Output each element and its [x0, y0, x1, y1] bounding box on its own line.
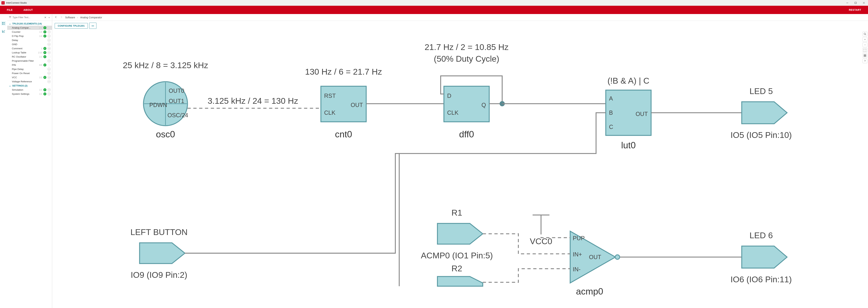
tool-help-icon[interactable]: ?	[863, 59, 867, 63]
sidebar-item-elements-7[interactable]: RC Oscillator1/1✓+	[7, 55, 52, 59]
svg-text:(50% Duty Cycle): (50% Duty Cycle)	[434, 54, 499, 64]
sidebar-item-elements-0[interactable]: Analog Compar...2/2✓+	[7, 26, 52, 30]
window-close-button[interactable]	[860, 0, 868, 6]
label-osc0-wire: 3.125 kHz / 24 = 130 Hz	[208, 96, 298, 106]
svg-text:LEFT BUTTON: LEFT BUTTON	[130, 228, 188, 237]
check-icon: ✓	[43, 51, 46, 54]
window-maximize-button[interactable]	[851, 0, 860, 6]
tool-layers-icon[interactable]	[863, 53, 867, 58]
sidebar-item-count: 2/2	[37, 27, 42, 29]
add-element-button[interactable]: +	[48, 68, 51, 71]
block-io9[interactable]: LEFT BUTTON IO9 (IO9 Pin:2)	[130, 228, 188, 280]
add-element-button[interactable]: +	[48, 43, 51, 46]
wire-r2-acmp0	[483, 269, 570, 282]
svg-line-65	[866, 35, 866, 35]
filter-funnel-icon[interactable]	[9, 16, 11, 19]
window-minimize-button[interactable]	[843, 0, 851, 6]
add-element-button[interactable]: +	[48, 39, 51, 42]
tool-zoom-in-icon[interactable]: +	[863, 37, 867, 42]
svg-text:C: C	[609, 124, 613, 130]
block-vcc0[interactable]: VCC0	[530, 215, 552, 246]
sidebar-item-elements-9[interactable]: PIN8/8✓+	[7, 63, 52, 67]
sidebar-item-elements-13[interactable]: Voltage Reference✓+	[7, 79, 52, 83]
add-element-button[interactable]: +	[48, 30, 51, 33]
sidebar-section-settings[interactable]: ⌄SETTINGS (2)	[7, 83, 52, 88]
add-element-button[interactable]: +	[48, 51, 51, 54]
app-icon: ⬚	[1, 1, 5, 4]
svg-text:130 Hz / 6 = 21.7 Hz: 130 Hz / 6 = 21.7 Hz	[305, 67, 382, 76]
check-icon: ✓	[43, 26, 46, 29]
sidebar-item-elements-11[interactable]: Power On Reset✓+	[7, 71, 52, 75]
sidebar-item-settings-1[interactable]: System Settings1/1✓+	[7, 92, 52, 96]
check-icon: ✓	[43, 55, 46, 58]
svg-text:(!B & A) | C: (!B & A) | C	[608, 76, 649, 85]
collapse-sidebar-icon[interactable]: «	[48, 16, 51, 19]
rail-elements-icon[interactable]	[1, 21, 6, 26]
tool-zoom-out-icon[interactable]: −	[863, 42, 867, 47]
sidebar-item-elements-2[interactable]: D Flip Flop1/4✓+	[7, 34, 52, 38]
sidebar-item-label: Simulation	[12, 89, 36, 91]
block-acmp0-in-r2[interactable]: R2	[437, 264, 483, 286]
svg-point-64	[864, 33, 866, 35]
nav-forward-button[interactable]	[60, 15, 63, 19]
svg-text:OUT0: OUT0	[169, 88, 184, 94]
add-element-button[interactable]: +	[48, 47, 51, 50]
sidebar-item-elements-4[interactable]: GND✓+	[7, 42, 52, 46]
sidebar-item-count: 1/4	[37, 31, 42, 33]
svg-text:IN-: IN-	[573, 266, 581, 273]
rail-graph-icon[interactable]	[1, 29, 6, 33]
menu-file[interactable]: FILE	[1, 8, 18, 11]
canvas-tool-rail: + − ?	[862, 31, 868, 64]
add-element-button[interactable]: +	[48, 80, 51, 83]
wire-r1-acmp0	[483, 234, 570, 254]
add-element-button[interactable]: +	[48, 88, 51, 91]
add-element-button[interactable]: +	[48, 35, 51, 38]
block-acmp0-in-r1[interactable]: R1 ACMP0 (IO1 Pin:5)	[421, 208, 493, 260]
sidebar-item-elements-1[interactable]: Counter1/4✓+	[7, 30, 52, 34]
menu-restart[interactable]: RESTART	[843, 8, 867, 11]
sidebar-item-label: Power On Reset	[12, 72, 36, 75]
check-icon: ✓	[43, 35, 46, 38]
block-osc0[interactable]: PDWN OUT0 OUT1 OSC/24 osc0 25 kHz / 8 = …	[123, 61, 208, 139]
block-cnt0[interactable]: RST CLK OUT cnt0 130 Hz / 6 = 21.7 Hz	[305, 67, 382, 139]
sidebar-item-count: 1/10	[37, 52, 42, 54]
sidebar-item-label: RC Oscillator	[12, 56, 36, 58]
svg-text:OUT1: OUT1	[169, 98, 184, 104]
sidebar-item-elements-8[interactable]: Programmable Filter✓+	[7, 59, 52, 63]
menu-about[interactable]: ABOUT	[18, 8, 38, 11]
check-icon: ✓	[43, 76, 46, 79]
add-element-button[interactable]: +	[48, 59, 51, 62]
block-lut0[interactable]: A B C OUT lut0 (!B & A) | C	[606, 76, 651, 150]
sidebar-item-elements-6[interactable]: Lookup Table1/10✓+	[7, 50, 52, 55]
breadcrumb-software[interactable]: Software	[65, 16, 75, 19]
sidebar-item-label: D Flip Flop	[12, 35, 36, 37]
window-titlebar: ⬚ InterConnect Studio	[0, 0, 868, 6]
block-dff0[interactable]: D CLK Q dff0 21.7 Hz / 2 = 10.85 Hz (50%…	[425, 42, 508, 139]
check-icon: ✓	[43, 64, 46, 67]
add-element-button[interactable]: +	[48, 76, 51, 79]
clear-filter-icon[interactable]: ✕	[44, 16, 47, 19]
configure-button[interactable]: CONFIGURE TPLD1201	[55, 23, 88, 29]
add-element-button[interactable]: +	[48, 72, 51, 75]
add-element-button[interactable]: +	[48, 93, 51, 96]
sidebar-item-elements-3[interactable]: Delay✓+	[7, 38, 52, 42]
tool-search-icon[interactable]	[863, 32, 867, 36]
sidebar-section-elements[interactable]: ⌄TPLD1201 ELEMENTS (14)	[7, 22, 52, 26]
block-acmp0[interactable]: PUP IN+ IN- OUT acmp0	[570, 231, 620, 297]
tool-fit-screen-icon[interactable]	[863, 48, 867, 53]
sidebar-item-label: Lookup Table	[12, 51, 36, 54]
more-actions-button[interactable]: •••	[89, 23, 96, 29]
diagram-canvas[interactable]: PDWN OUT0 OUT1 OSC/24 osc0 25 kHz / 8 = …	[52, 31, 868, 308]
sidebar-item-elements-12[interactable]: VCC1/1✓+	[7, 75, 52, 79]
sidebar-item-elements-10[interactable]: Pipe Delay✓+	[7, 67, 52, 71]
breadcrumb-analog-comparator[interactable]: Analog Comparator	[80, 16, 102, 19]
svg-text:PDWN: PDWN	[149, 102, 167, 108]
svg-text:LED 6: LED 6	[749, 231, 773, 240]
svg-text:PUP: PUP	[573, 235, 585, 241]
add-element-button: +	[48, 55, 51, 58]
sidebar-filter-input[interactable]	[12, 16, 43, 19]
sidebar-item-settings-0[interactable]: Simulation1/1✓+	[7, 88, 52, 92]
sidebar-item-elements-5[interactable]: Comment1✓+	[7, 46, 52, 50]
svg-marker-41	[742, 102, 787, 124]
nav-back-button[interactable]	[54, 15, 58, 19]
